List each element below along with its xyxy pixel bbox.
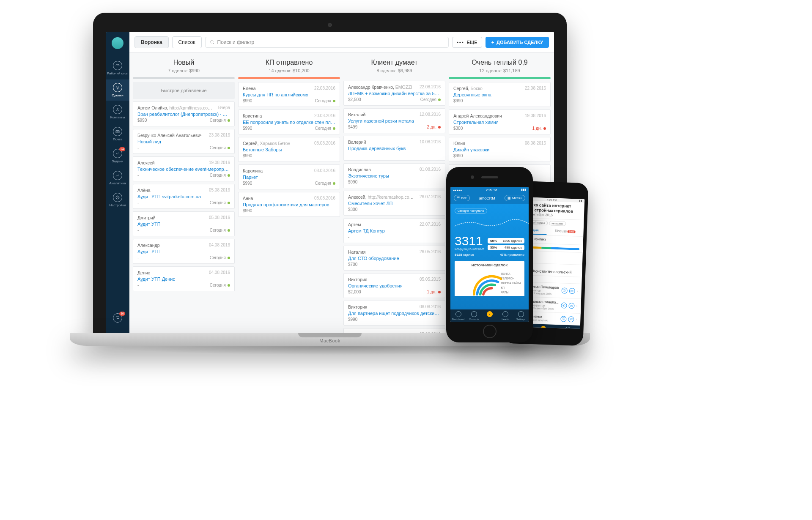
sidebar-label: Контакты (110, 115, 125, 119)
edit-button[interactable]: Изменить (555, 326, 580, 329)
kanban-column: Новый 7 сделок: $990 Быстрое добавление … (131, 53, 236, 333)
card-price: $990 (137, 118, 147, 123)
tab-settings[interactable]: Settings (513, 311, 529, 320)
sidebar-item-analytics[interactable]: Аналитика (106, 167, 129, 189)
card-price: $499 (348, 125, 357, 129)
status-dot-icon (438, 99, 441, 101)
card-price: $2,500 (348, 97, 361, 102)
tab-discuss[interactable]: DiscussBeta (546, 227, 584, 236)
add-button[interactable] (531, 326, 556, 329)
card-title: ЕЕ попросили узнать по отделке стен плит… (243, 119, 335, 125)
plus-icon: + (491, 40, 494, 45)
column-color-bar (449, 77, 551, 79)
deal-card[interactable]: Каролина 08.08.2016 Паркет $990 Сегодня (238, 164, 340, 189)
badge: 16 (119, 312, 125, 316)
chat-icon[interactable]: ✉ (569, 303, 575, 309)
deal-card[interactable]: Сергей, Харьков Бетон 08.08.2016 Бетонны… (238, 137, 340, 162)
card-price: - (137, 228, 139, 233)
deal-card[interactable]: Виктория 08.08.2016 Для партнера ищет по… (343, 301, 445, 326)
card-contact: Елена (243, 86, 312, 91)
deal-card[interactable]: Анна 08.08.2016 Продажа проф.косметики д… (238, 192, 340, 217)
sidebar-item-tasks[interactable]: Задачи 24 (106, 145, 129, 167)
deal-card[interactable]: Артем Олийко, http://kpmfitness.com.ua/ … (133, 101, 235, 126)
brand-logo[interactable] (112, 37, 123, 49)
deal-card[interactable]: Владислав 01.08.2016 Экзотические туры $… (343, 163, 445, 188)
card-contact: Алёна (137, 188, 206, 193)
stat-pill: 60%1800 сделок (488, 238, 524, 244)
tab-add[interactable]: + (482, 311, 497, 320)
tag-chip[interactable]: #Лендинг (531, 220, 548, 225)
deal-card[interactable]: Давид 05.08.2016 БО Давид - (343, 328, 445, 333)
sidebar-item-settings[interactable]: Настройки (106, 189, 129, 211)
add-deal-button[interactable]: +ДОБАВИТЬ СДЕЛКУ (486, 37, 549, 48)
chat-icon[interactable]: ✉ (568, 316, 574, 322)
search-input[interactable]: Поиск и фильтр (205, 37, 449, 48)
quick-add-button[interactable]: Быстрое добавление (133, 82, 235, 99)
deal-card[interactable]: Елена 22.08.2016 Курсы для HR по английс… (238, 82, 340, 107)
deal-card[interactable]: Артем 22.07.2016 Артем ТД Контур - (343, 218, 445, 243)
gauge-icon (113, 61, 122, 70)
card-contact: Александр Кравченко, EMOZZI (348, 85, 417, 90)
view-list-button[interactable]: Список (172, 36, 202, 48)
card-title: Экзотические туры (348, 173, 441, 179)
filter-all[interactable]: ☰ Все (454, 195, 470, 201)
deal-card[interactable]: Сергей, Боско 22.08.2016 Деревянные окна… (449, 82, 551, 107)
card-task: Сегодня (210, 228, 230, 233)
plus-icon (540, 326, 546, 329)
sidebar-label: Настройки (109, 203, 126, 207)
card-contact: Сергей, Харьков Бетон (243, 141, 312, 146)
card-contact: Артем (348, 222, 417, 227)
chat-icon[interactable]: ✉ (569, 288, 575, 294)
tab-leads[interactable]: Leads (497, 311, 513, 320)
filter-month[interactable]: ▦ Месяц (505, 195, 525, 201)
sidebar-item-deals[interactable]: Сделки (106, 79, 129, 101)
sidebar-notifications[interactable]: 16 (106, 310, 129, 327)
gauge-icon (455, 311, 461, 317)
status-dot-icon (228, 229, 230, 232)
phone-icon[interactable]: ✆ (561, 302, 567, 308)
deal-card[interactable]: Александр 04.08.2016 Аудит УТП - Сегодня (133, 239, 235, 264)
deal-card[interactable]: Виктория 05.05.2015 Органические удобрен… (343, 273, 445, 298)
card-contact: Владислав (348, 167, 417, 172)
deal-card[interactable]: Безручко Алексей Анатольевич 23.08.2016 … (133, 129, 235, 154)
card-date: 23.08.2016 (209, 133, 230, 138)
deal-card[interactable]: Наталия 26.05.2016 Для СТО оборудование … (343, 246, 445, 271)
tab-dashboard[interactable]: Dashboard (450, 311, 466, 320)
deal-card[interactable]: Алексей, http://keramashop.com.ua/ 26.07… (343, 191, 445, 216)
card-task: Сегодня (210, 200, 230, 205)
card-task: Сегодня (210, 255, 230, 260)
deal-card[interactable]: Валерий 10.08.2016 Продажа деревянных бу… (343, 136, 445, 161)
deal-card[interactable]: Дмитрий 05.08.2016 Аудит УТП - Сегодня (133, 211, 235, 236)
deal-card[interactable]: Алексей 19.08.2016 Техническое обеспечен… (133, 156, 235, 181)
card-price: - (137, 283, 139, 287)
deal-card[interactable]: Виталий 12.08.2016 Услуги лазерной резки… (343, 108, 445, 133)
more-button[interactable]: •••ЕЩЕ (452, 37, 482, 48)
gear-icon (518, 311, 524, 317)
deal-card[interactable]: Юлия 08.08.2016 Дизайн упаковки $990 (449, 137, 551, 162)
phone-icon[interactable]: ✆ (562, 287, 568, 293)
column-header: Очень теплый 0,9 12 сделок: $11,189 (449, 53, 551, 77)
deal-card[interactable]: Денис 04.08.2016 Аудит УТП Денис - Сегод… (133, 266, 235, 291)
view-funnel-button[interactable]: Воронка (134, 36, 169, 48)
sidebar-item-contacts[interactable]: Контакты (106, 101, 129, 123)
phone-icon[interactable]: ✆ (561, 316, 567, 322)
card-title: Аудит УТП svitparketu.com.ua (137, 194, 230, 200)
search-placeholder: Поиск и фильтр (217, 39, 255, 45)
kanban-column: Клиент думает 8 сделок: $6,989 Александр… (342, 53, 447, 333)
sidebar-item-desktop[interactable]: Рабочий стол (106, 57, 129, 79)
card-date: 10.08.2016 (420, 140, 441, 145)
card-date: 20.08.2016 (314, 113, 335, 118)
deal-card[interactable]: Алёна 05.08.2016 Аудит УТП svitparketu.c… (133, 184, 235, 209)
funnel-icon (113, 83, 122, 92)
card-date: 04.08.2016 (209, 243, 230, 248)
card-task: Сегодня (420, 97, 441, 102)
sidebar-item-mail[interactable]: Почта (106, 123, 129, 145)
deal-card[interactable]: Андрей Александрович 19.08.2016 Строител… (449, 109, 551, 134)
phone-front-mock: ●●●●●2:15 PM▮▮▮ ☰ Все amoCRM ▦ Месяц Сег… (446, 167, 533, 342)
tag-chip[interactable]: не важно (549, 221, 566, 226)
sources-panel: ИСТОЧНИКИ СДЕЛОК ПОЧТАТЕЛЕФОНФОРМА САЙТА… (455, 261, 524, 296)
tab-contacts[interactable]: Contacts (466, 311, 482, 320)
card-price: $2,000 (348, 290, 361, 294)
deal-card[interactable]: Александр Кравченко, EMOZZI 22.08.2016 Л… (343, 81, 445, 106)
deal-card[interactable]: Кристина 20.08.2016 ЕЕ попросили узнать … (238, 109, 340, 134)
